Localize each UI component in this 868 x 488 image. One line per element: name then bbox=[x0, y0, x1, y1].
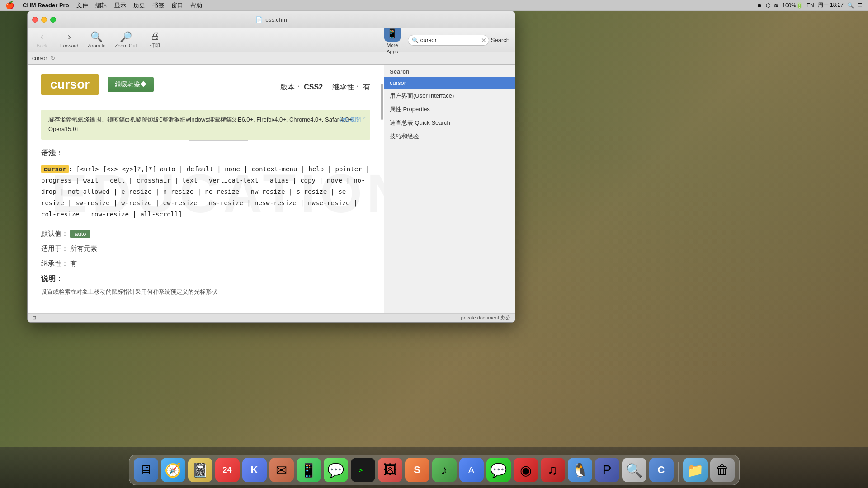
syntax-keyword: cursor bbox=[41, 165, 69, 173]
dock-quicksearch[interactable]: 🔍 bbox=[622, 458, 646, 482]
article-header: 璇存湁鐒氫氦涤鑴囤。鎖煎鎬ф祇璇曢煩绂€整滑猴細windows绯荤椤鎬汤E6.0… bbox=[41, 110, 370, 140]
forward-label: Forward bbox=[60, 43, 78, 48]
zoom-in-button[interactable]: 🔍 Zoom In bbox=[87, 32, 105, 48]
applies-label: 适用于： bbox=[41, 244, 68, 252]
menu-file[interactable]: 文件 bbox=[76, 1, 88, 9]
default-value: auto bbox=[70, 230, 90, 238]
menu-history[interactable]: 历史 bbox=[133, 1, 145, 9]
dock-safari[interactable]: 🧭 bbox=[161, 458, 185, 482]
sidebar-item-properties[interactable]: 属性 Properties bbox=[384, 103, 515, 116]
dock-finder[interactable]: 🖥 bbox=[134, 458, 158, 482]
print-icon: 🖨 bbox=[150, 31, 160, 41]
forward-button[interactable]: › Forward bbox=[60, 32, 78, 48]
menu-left: 🍎 CHM Reader Pro 文件 编辑 显示 历史 书签 窗口 帮助 bbox=[5, 1, 202, 9]
content-area: IEA EDUCATION cursor 録嗳韩鉴◆ 版本： CSS2 继承性：… bbox=[28, 65, 515, 322]
inheritance-row: 继承性： 有 bbox=[41, 259, 370, 268]
dock-notes[interactable]: 📓 bbox=[188, 458, 212, 482]
minimize-button[interactable] bbox=[41, 17, 47, 23]
menu-edit[interactable]: 编辑 bbox=[95, 1, 107, 9]
back-button[interactable]: ‹ Back bbox=[33, 32, 51, 48]
syntax-values: : [<url> [<x> <y>]?,]*[ auto | default |… bbox=[41, 165, 369, 218]
back-icon: ‹ bbox=[40, 32, 43, 42]
macos-menubar: 🍎 CHM Reader Pro 文件 编辑 显示 历史 书签 窗口 帮助 ⏺ … bbox=[0, 0, 868, 11]
dock-terminal[interactable]: >_ bbox=[351, 458, 375, 482]
toolbar-right: 📱 MoreApps 🔍 ✕ Search bbox=[384, 25, 509, 54]
menu-help[interactable]: 帮助 bbox=[190, 1, 202, 9]
header-description: 璇存湁鐒氫氦涤鑴囤。鎖煎鎬ф祇璇曢煩绂€整滑猴細windows绯荤椤鎬汤E6.0… bbox=[48, 116, 354, 132]
spotlight-icon[interactable]: 🔍 bbox=[847, 2, 854, 9]
status-bar: ⊞ private document 办公 bbox=[28, 313, 515, 322]
forward-icon: › bbox=[68, 32, 71, 42]
sidebar-search-label: Search bbox=[384, 65, 515, 77]
applies-value: 所有元素 bbox=[70, 244, 97, 252]
dock-facetime[interactable]: 📱 bbox=[297, 458, 321, 482]
inherit2-label: 继承性： bbox=[41, 259, 68, 267]
bookmark-button[interactable]: 録嗳韩鉴◆ bbox=[108, 77, 154, 92]
search-input[interactable] bbox=[420, 37, 479, 43]
fullscreen-button[interactable] bbox=[50, 17, 56, 23]
sidebar-item-cursor[interactable]: cursor bbox=[384, 77, 515, 89]
refresh-icon[interactable]: ↻ bbox=[51, 55, 55, 61]
notification-icon[interactable]: ☰ bbox=[858, 2, 863, 9]
dock-area: 🖥 🧭 📓 24 K ✉ 📱 💬 >_ 🖼 S ♪ A 💬 ◉ ♫ 🐧 P 🔍 … bbox=[0, 447, 868, 488]
search-clear-icon[interactable]: ✕ bbox=[481, 37, 486, 44]
dock-airdrop[interactable]: 📁 bbox=[683, 458, 708, 482]
menu-window[interactable]: 窗口 bbox=[171, 1, 183, 9]
dock-pockity[interactable]: P bbox=[595, 458, 619, 482]
scrollbar-thumb[interactable] bbox=[381, 84, 383, 120]
close-button[interactable] bbox=[32, 17, 38, 23]
dock: 🖥 🧭 📓 24 K ✉ 📱 💬 >_ 🖼 S ♪ A 💬 ◉ ♫ 🐧 P 🔍 … bbox=[129, 455, 740, 485]
dock-chm[interactable]: C bbox=[649, 458, 674, 482]
print-button[interactable]: 🖨 打印 bbox=[146, 31, 164, 49]
menu-right: ⏺ ⬡ ≋ 100%🔋 EN 周一 18:27 🔍 ☰ bbox=[757, 1, 863, 9]
window-title-area: 📄 css.chm bbox=[255, 16, 287, 23]
explanation-title: 说明： bbox=[41, 274, 370, 284]
search-input-wrapper[interactable]: 🔍 ✕ bbox=[408, 35, 489, 46]
wifi-icon[interactable]: ≋ bbox=[774, 2, 778, 9]
more-apps-button[interactable]: 📱 MoreApps bbox=[384, 25, 401, 54]
bluetooth-icon[interactable]: ⬡ bbox=[766, 2, 770, 9]
explanation-section: 说明： 设置或检索在对象上移动的鼠标指针采用何种系统预定义的光标形状 bbox=[41, 274, 370, 297]
header-link[interactable]: 鎖惯氮閬 ↗ bbox=[339, 114, 366, 124]
dock-appstore[interactable]: A bbox=[459, 458, 484, 482]
dock-trash[interactable]: 🗑 bbox=[710, 458, 735, 482]
menu-bookmarks[interactable]: 书签 bbox=[152, 1, 164, 9]
dock-qq[interactable]: 🐧 bbox=[568, 458, 592, 482]
dock-wechat2[interactable]: 💬 bbox=[486, 458, 511, 482]
sidebar: Search cursor 用户界面(User Interface) 属性 Pr… bbox=[384, 65, 515, 322]
back-label: Back bbox=[37, 43, 47, 48]
search-button[interactable]: Search bbox=[491, 37, 509, 43]
print-label: 打印 bbox=[150, 42, 160, 49]
dock-calendar[interactable]: 24 bbox=[215, 458, 240, 482]
record-icon: ⏺ bbox=[757, 2, 762, 9]
battery-status: 100%🔋 bbox=[782, 2, 803, 9]
dock-messages[interactable]: ✉ bbox=[269, 458, 294, 482]
apple-icon[interactable]: 🍎 bbox=[5, 1, 14, 9]
dock-music[interactable]: ♪ bbox=[432, 458, 457, 482]
dock-chrome[interactable]: ◉ bbox=[514, 458, 538, 482]
zoom-out-icon: 🔎 bbox=[120, 32, 132, 42]
toolbar: ‹ Back › Forward 🔍 Zoom In 🔎 Zoom Out 🖨 … bbox=[28, 28, 515, 52]
version-label: 版本： bbox=[280, 83, 302, 91]
default-value-row: 默认值： auto bbox=[41, 230, 370, 238]
current-tab[interactable]: cursor bbox=[32, 55, 47, 61]
statusbar-right: private document 办公 bbox=[461, 314, 510, 321]
menu-view[interactable]: 显示 bbox=[114, 1, 126, 9]
default-label: 默认值： bbox=[41, 230, 68, 237]
version-value: CSS2 bbox=[304, 83, 323, 91]
dock-wechat[interactable]: 💬 bbox=[324, 458, 348, 482]
inherit-label: 继承性： bbox=[332, 83, 361, 91]
dock-netease[interactable]: ♫ bbox=[541, 458, 565, 482]
dock-sublime[interactable]: S bbox=[405, 458, 429, 482]
applies-to-row: 适用于： 所有元素 bbox=[41, 244, 370, 253]
menu-app-name[interactable]: CHM Reader Pro bbox=[23, 2, 69, 9]
dock-kugou[interactable]: K bbox=[242, 458, 267, 482]
language-selector[interactable]: EN bbox=[807, 2, 814, 9]
zoom-out-button[interactable]: 🔎 Zoom Out bbox=[115, 32, 137, 48]
scrollbar-area[interactable] bbox=[380, 65, 384, 322]
sidebar-item-quick-search[interactable]: 速查总表 Quick Search bbox=[384, 116, 515, 130]
sidebar-item-user-interface[interactable]: 用户界面(User Interface) bbox=[384, 89, 515, 103]
sidebar-item-tips[interactable]: 技巧和经验 bbox=[384, 130, 515, 143]
dock-photos[interactable]: 🖼 bbox=[378, 458, 402, 482]
window-title-icon: 📄 bbox=[255, 16, 263, 23]
